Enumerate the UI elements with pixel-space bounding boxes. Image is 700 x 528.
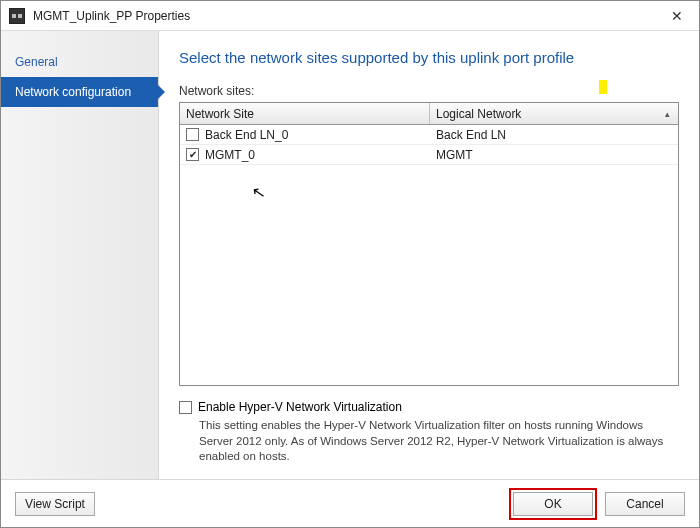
- column-header-site[interactable]: Network Site: [180, 103, 430, 124]
- hyperv-checkbox[interactable]: [179, 401, 192, 414]
- mouse-cursor-icon: ↖: [250, 182, 266, 203]
- cell-network-site: MGMT_0: [205, 148, 255, 162]
- sidebar-item-general[interactable]: General: [1, 47, 158, 77]
- row-checkbox[interactable]: [186, 128, 199, 141]
- app-icon: [9, 8, 25, 24]
- close-button[interactable]: ✕: [655, 1, 699, 30]
- highlight-marker: [599, 80, 607, 94]
- dialog-body: General Network configuration Select the…: [1, 31, 699, 479]
- table-row[interactable]: Back End LN_0 Back End LN: [180, 125, 678, 145]
- ok-button-highlight: OK: [509, 488, 597, 520]
- page-heading: Select the network sites supported by th…: [179, 49, 679, 66]
- sidebar-item-label: Network configuration: [15, 85, 131, 99]
- row-checkbox[interactable]: [186, 148, 199, 161]
- main-panel: Select the network sites supported by th…: [159, 31, 699, 479]
- sidebar-item-network-configuration[interactable]: Network configuration: [1, 77, 158, 107]
- sort-indicator-icon: ▴: [665, 109, 670, 119]
- hyperv-section: Enable Hyper-V Network Virtualization Th…: [179, 400, 679, 465]
- view-script-button[interactable]: View Script: [15, 492, 95, 516]
- cell-logical-network: MGMT: [430, 148, 678, 162]
- sidebar-item-label: General: [15, 55, 58, 69]
- cancel-button[interactable]: Cancel: [605, 492, 685, 516]
- hyperv-checkbox-label: Enable Hyper-V Network Virtualization: [198, 400, 402, 414]
- title-bar: MGMT_Uplink_PP Properties ✕: [1, 1, 699, 31]
- ok-button[interactable]: OK: [513, 492, 593, 516]
- network-sites-grid[interactable]: Network Site Logical Network ▴ Back End …: [179, 102, 679, 386]
- cell-network-site: Back End LN_0: [205, 128, 288, 142]
- hyperv-description: This setting enables the Hyper-V Network…: [179, 418, 679, 465]
- window-title: MGMT_Uplink_PP Properties: [33, 9, 655, 23]
- column-header-logical[interactable]: Logical Network ▴: [430, 107, 678, 121]
- cell-logical-network: Back End LN: [430, 128, 678, 142]
- dialog-footer: View Script OK Cancel: [1, 479, 699, 527]
- sidebar: General Network configuration: [1, 31, 159, 479]
- table-row[interactable]: MGMT_0 MGMT: [180, 145, 678, 165]
- grid-header: Network Site Logical Network ▴: [180, 103, 678, 125]
